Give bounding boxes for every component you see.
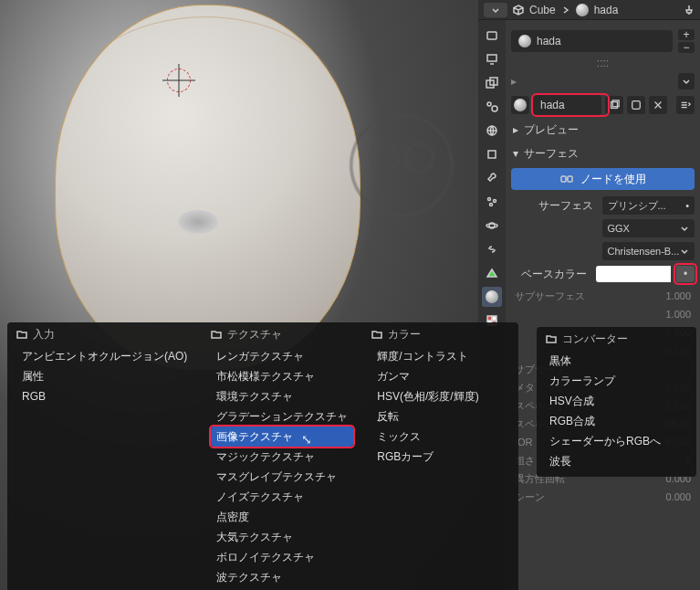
menu-item[interactable]: ガンマ — [371, 366, 509, 386]
reference-sketch — [329, 82, 475, 320]
cursor-3d — [162, 64, 195, 97]
tab-material[interactable] — [482, 287, 502, 307]
tab-scene[interactable] — [482, 97, 502, 117]
tab-output[interactable] — [482, 49, 502, 69]
add-slot-button[interactable]: + — [678, 29, 695, 40]
menu-item[interactable]: 波長 — [540, 451, 693, 471]
tab-modifiers[interactable] — [482, 168, 502, 188]
menu-item[interactable]: マスグレイブテクスチャ — [211, 467, 353, 487]
slot-menu-button[interactable] — [678, 73, 695, 90]
menu-item[interactable]: 点密度 — [211, 507, 353, 527]
menu-item[interactable]: グラデーションテクスチャ — [211, 406, 353, 427]
use-nodes-button[interactable]: ノードを使用 — [511, 168, 695, 190]
menu-item[interactable]: RGBカーブ — [371, 447, 509, 467]
sss-value: Christensen-B... — [608, 246, 680, 257]
tab-world[interactable] — [482, 121, 502, 141]
menu-item[interactable]: 画像テクスチャ — [211, 427, 353, 447]
panel-options-dropdown[interactable] — [484, 3, 507, 17]
chevron-down-icon — [680, 224, 689, 233]
menu-item[interactable]: RGB — [16, 386, 193, 406]
dot-icon: • — [684, 268, 687, 280]
sphere-icon — [514, 99, 527, 111]
remove-slot-button[interactable]: − — [678, 42, 695, 53]
tab-particles[interactable] — [482, 192, 502, 212]
svg-point-5 — [492, 106, 497, 111]
menu-item[interactable]: アンビエントオクルージョン(AO) — [16, 346, 193, 366]
svg-rect-1 — [487, 55, 496, 61]
menu-item[interactable]: 市松模様テクスチャ — [211, 366, 353, 386]
add-node-menu: 入力 アンビエントオクルージョン(AO)属性RGB テクスチャ レンガテクスチャ… — [7, 322, 518, 590]
menu-item[interactable]: 大気テクスチャ — [211, 527, 353, 547]
menu-item[interactable]: 黒体 — [540, 351, 693, 371]
surface-label: サーフェス — [524, 146, 579, 162]
mesh-eye — [178, 210, 218, 234]
menu-header-input: 入力 — [16, 322, 193, 346]
tab-physics[interactable] — [482, 216, 502, 236]
surface-header[interactable]: ▾ サーフェス — [511, 144, 695, 163]
menu-item[interactable]: ミックス — [371, 427, 509, 447]
preview-header[interactable]: ▸ プレビュー — [511, 121, 695, 139]
distribution-value: GGX — [608, 223, 630, 234]
svg-rect-19 — [632, 101, 641, 110]
chevron-down-icon — [680, 247, 689, 256]
material-options-button[interactable] — [676, 96, 695, 114]
menu-item[interactable]: HSV合成 — [540, 391, 693, 411]
menu-item[interactable]: カラーランプ — [540, 371, 693, 391]
menu-item[interactable]: ノイズテクスチャ — [211, 487, 353, 507]
menu-col-texture: テクスチャ レンガテクスチャ市松模様テクスチャ環境テクスチャグラデーションテクス… — [202, 322, 362, 587]
sss-method-dropdown[interactable]: Christensen-B... — [602, 242, 695, 260]
svg-point-8 — [488, 198, 491, 201]
tab-viewlayer[interactable] — [482, 73, 502, 93]
menu-header-converter: コンバーター — [540, 327, 693, 351]
dot-icon: • — [685, 200, 689, 211]
shader-dropdown[interactable]: プリンシプ... • — [602, 196, 695, 215]
svg-point-4 — [487, 102, 491, 106]
menu-item[interactable]: ボロノイテクスチャ — [211, 547, 353, 567]
menu-item[interactable]: 反転 — [371, 406, 509, 427]
pin-icon[interactable] — [684, 5, 695, 16]
copy-material-button[interactable] — [627, 96, 645, 114]
svg-rect-21 — [568, 176, 572, 182]
tab-render[interactable] — [482, 26, 502, 46]
highlight-annotation — [209, 425, 355, 448]
use-nodes-label: ノードを使用 — [580, 172, 646, 187]
svg-point-10 — [490, 204, 493, 206]
surface-row-label: サーフェス — [511, 198, 597, 214]
svg-rect-0 — [487, 32, 496, 39]
material-name-input[interactable]: hada — [533, 95, 601, 115]
tab-constraints[interactable] — [482, 239, 502, 259]
menu-item[interactable]: 波テクスチャ — [211, 567, 353, 587]
material-slot[interactable]: hada — [511, 30, 673, 52]
menu-item[interactable]: シェーダーからRGBへ — [540, 431, 693, 451]
distribution-dropdown[interactable]: GGX — [602, 219, 695, 237]
collapse-tri-icon: ▸ — [511, 123, 520, 136]
svg-point-12 — [486, 224, 497, 227]
tab-object[interactable] — [482, 144, 502, 164]
menu-item[interactable]: マジックテクスチャ — [211, 447, 353, 467]
menu-item[interactable]: RGB合成 — [540, 411, 693, 431]
breadcrumb-object[interactable]: Cube — [529, 4, 556, 16]
breadcrumb: Cube hada — [478, 0, 700, 20]
expand-tri[interactable]: ▸ — [511, 75, 517, 88]
menu-item[interactable]: 輝度/コントラスト — [371, 346, 509, 366]
menu-item[interactable]: 属性 — [16, 366, 193, 386]
menu-item[interactable]: HSV(色相/彩度/輝度) — [371, 386, 509, 406]
svg-rect-17 — [611, 102, 618, 109]
property-row: サブサーフェス1.000 — [511, 287, 695, 305]
base-color-swatch[interactable] — [596, 266, 672, 282]
breadcrumb-material[interactable]: hada — [594, 4, 619, 16]
menu-item[interactable]: 環境テクスチャ — [211, 386, 353, 406]
base-color-node-button[interactable]: • — [676, 266, 695, 282]
svg-point-9 — [494, 200, 496, 203]
slot-drag-handle[interactable]: :::: — [511, 57, 695, 69]
folder-icon — [211, 329, 222, 340]
material-browse-button[interactable] — [511, 96, 529, 114]
cube-icon — [513, 5, 524, 16]
menu-item[interactable]: レンガテクスチャ — [211, 346, 353, 366]
shader-value: プリンシプ... — [608, 199, 666, 213]
new-material-button[interactable] — [605, 96, 623, 114]
folder-icon — [546, 333, 557, 344]
tab-mesh[interactable] — [482, 263, 502, 283]
folder-icon — [16, 329, 27, 340]
unlink-material-button[interactable] — [649, 96, 667, 114]
